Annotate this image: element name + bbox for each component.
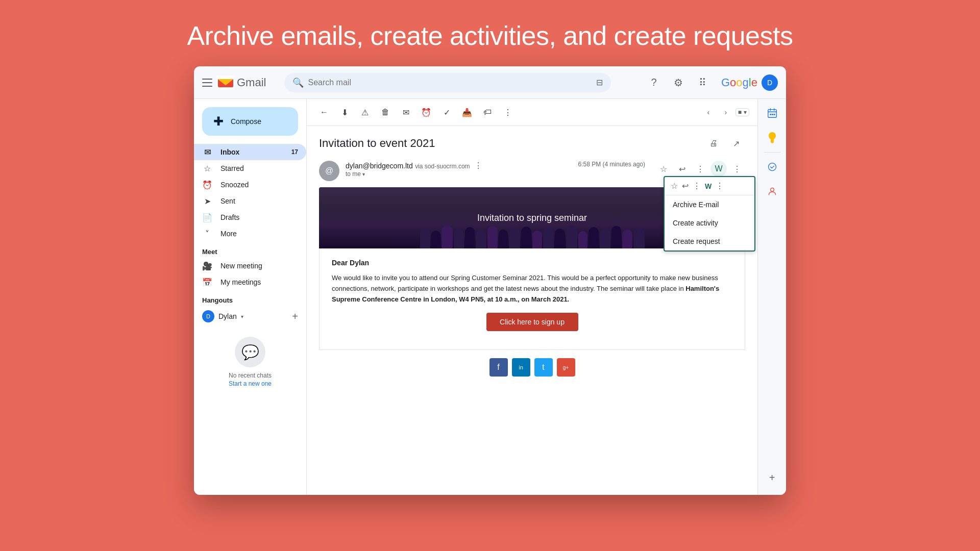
dropdown-reply-icon[interactable]: ↩	[682, 181, 689, 191]
star-email-btn[interactable]: ☆	[655, 161, 672, 177]
email-actions-dropdown: ☆ ↩ ⋮ W ⋮ Archive E-mail Create activity…	[664, 176, 755, 252]
subject-text: Invitation to event 2021	[319, 137, 435, 150]
more-email-btn[interactable]: ⋮	[692, 161, 708, 177]
compose-button[interactable]: ✚ Compose	[202, 107, 298, 136]
calendar-panel-btn[interactable]	[762, 103, 782, 123]
hangouts-avatar: D	[202, 310, 214, 322]
help-button[interactable]: ?	[644, 72, 664, 93]
google-logo: Google	[721, 76, 757, 89]
archive-toolbar-btn[interactable]: ⬇	[335, 103, 354, 121]
print-button[interactable]: 🖨	[704, 134, 723, 153]
nav-snoozed[interactable]: ⏰ Snoozed	[194, 177, 306, 193]
search-bar[interactable]: 🔍 ⊟	[284, 73, 611, 92]
move-to-btn[interactable]: 📥	[458, 103, 476, 121]
sent-icon: ➤	[202, 196, 212, 206]
nav-sent[interactable]: ➤ Sent	[194, 193, 306, 209]
user-avatar[interactable]: D	[762, 74, 778, 91]
subject-actions: 🖨 ↗	[704, 134, 745, 153]
calendar-icon: 📅	[202, 278, 212, 287]
dropdown-header: ☆ ↩ ⋮ W ⋮	[665, 177, 754, 195]
nav-inbox[interactable]: ✉ Inbox 17	[194, 144, 306, 160]
sender-via: via sod-suocrm.com	[415, 163, 470, 170]
apps-button[interactable]: ⠿	[693, 72, 713, 93]
label-btn[interactable]: 🏷	[478, 103, 497, 121]
more-toolbar-btn[interactable]: ⋮	[499, 103, 517, 121]
svg-point-8	[768, 163, 776, 171]
task-btn[interactable]: ✓	[437, 103, 456, 121]
report-spam-btn[interactable]: ⚠	[356, 103, 374, 121]
dropdown-star-icon[interactable]: ☆	[671, 181, 678, 191]
open-in-new-button[interactable]: ↗	[727, 134, 745, 153]
keep-panel-btn[interactable]	[762, 128, 782, 148]
email-subject: Invitation to event 2021 🖨 ↗	[319, 134, 745, 153]
linkedin-icon[interactable]: in	[512, 358, 530, 377]
hamburger-menu[interactable]	[202, 79, 212, 87]
inbox-badge: 17	[291, 148, 298, 156]
create-activity-item[interactable]: Create activity	[665, 214, 754, 232]
gmail-app-name: Gmail	[237, 76, 266, 89]
create-request-item[interactable]: Create request	[665, 232, 754, 251]
right-panel: +	[757, 99, 786, 495]
settings-button[interactable]: ⚙	[668, 72, 689, 93]
new-meeting-label: New meeting	[220, 262, 262, 270]
dropdown-more-icon[interactable]: ⋮	[693, 181, 701, 191]
no-chats-text: No recent chats	[229, 371, 272, 380]
right-panel-divider	[764, 152, 780, 153]
hangouts-user[interactable]: D Dylan ▾ +	[202, 310, 298, 322]
svg-rect-5	[770, 114, 771, 115]
search-filter-icon[interactable]: ⊟	[596, 78, 603, 87]
nav-new-meeting[interactable]: 🎥 New meeting	[194, 258, 306, 274]
social-icons: f in t g+	[319, 350, 745, 385]
nav-drafts[interactable]: 📄 Drafts	[194, 209, 306, 226]
email-toolbar: ← ⬇ ⚠ 🗑 ✉ ⏰ ✓ 📥 🏷 ⋮ ‹ › ■▾	[307, 99, 757, 126]
inbox-icon: ✉	[202, 147, 212, 157]
dropdown-crm-icon[interactable]: W	[705, 182, 712, 190]
facebook-icon[interactable]: f	[489, 358, 508, 377]
crm-icon-btn[interactable]: W	[710, 161, 727, 177]
back-button[interactable]: ←	[315, 103, 333, 121]
more-options-btn[interactable]: ⋮	[729, 161, 745, 177]
dropdown-extra-icon[interactable]: ⋮	[716, 181, 724, 191]
nav-more[interactable]: ˅ More	[194, 226, 306, 242]
reply-email-btn[interactable]: ↩	[674, 161, 690, 177]
search-input[interactable]	[308, 78, 596, 87]
nav-my-meetings[interactable]: 📅 My meetings	[194, 274, 306, 290]
drafts-label: Drafts	[220, 213, 239, 221]
prev-page-btn[interactable]: ‹	[701, 105, 716, 120]
archive-email-item[interactable]: Archive E-mail	[665, 195, 754, 214]
email-meta: dylan@bridgecom.ltd via sod-suocrm.com ⋮…	[346, 161, 572, 178]
snooze-btn[interactable]: ⏰	[417, 103, 435, 121]
signup-button[interactable]: Click here to sign up	[486, 313, 578, 331]
delete-btn[interactable]: 🗑	[376, 103, 395, 121]
video-icon: 🎥	[202, 261, 212, 271]
sidebar: ✚ Compose ✉ Inbox 17 ☆ Starred ⏰ Snoozed	[194, 99, 306, 495]
no-chats-area: 💬 No recent chats Start a new one	[194, 327, 306, 391]
tasks-panel-btn[interactable]	[762, 157, 782, 177]
email-thread: Invitation to event 2021 🖨 ↗ @ dylan@bri…	[307, 126, 757, 495]
hangouts-section-label: Hangouts	[194, 290, 306, 306]
nav-starred[interactable]: ☆ Starred	[194, 160, 306, 177]
page-indicator[interactable]: ■▾	[736, 108, 749, 116]
banner-text: Invitation to spring seminar	[477, 213, 587, 223]
next-page-btn[interactable]: ›	[718, 105, 733, 120]
add-panel-btn[interactable]: +	[763, 468, 781, 487]
mark-unread-btn[interactable]: ✉	[397, 103, 415, 121]
contacts-panel-btn[interactable]	[762, 181, 782, 202]
to-me[interactable]: to me ▾	[346, 170, 572, 178]
gmail-logo: Gmail	[216, 76, 266, 90]
snoozed-label: Snoozed	[220, 181, 249, 189]
search-icon: 🔍	[292, 77, 304, 88]
googleplus-icon[interactable]: g+	[557, 358, 575, 377]
starred-icon: ☆	[202, 164, 212, 173]
sender-more-icon[interactable]: ⋮	[474, 161, 482, 170]
letter-body: We would like to invite you to attend ou…	[332, 273, 732, 305]
header-right: ? ⚙ ⠿ Google D	[644, 72, 778, 93]
hangouts-add-icon[interactable]: +	[292, 311, 298, 322]
letter-greeting: Dear Dylan	[332, 259, 732, 267]
email-header: @ dylan@bridgecom.ltd via sod-suocrm.com…	[319, 161, 745, 181]
dropdown-header-icons: ☆ ↩ ⋮ W ⋮	[671, 181, 724, 191]
email-content: ← ⬇ ⚠ 🗑 ✉ ⏰ ✓ 📥 🏷 ⋮ ‹ › ■▾	[306, 99, 757, 495]
twitter-icon[interactable]: t	[534, 358, 553, 377]
snoozed-icon: ⏰	[202, 180, 212, 190]
start-new-chat-link[interactable]: Start a new one	[229, 380, 272, 387]
